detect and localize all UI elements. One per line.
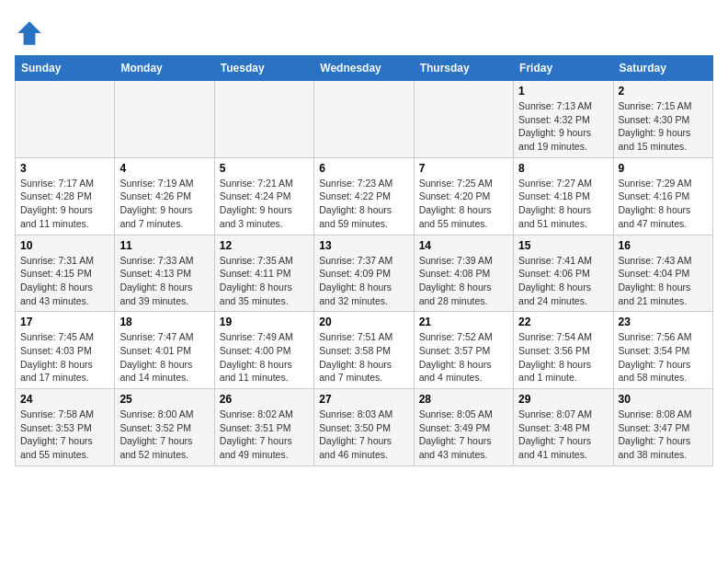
day-number: 20: [319, 316, 408, 328]
day-number: 8: [518, 162, 608, 175]
day-number: 22: [518, 316, 608, 328]
day-number: 12: [220, 239, 309, 252]
calendar-cell: 14Sunrise: 7:39 AM Sunset: 4:08 PM Dayli…: [414, 235, 513, 312]
calendar-cell: 30Sunrise: 8:08 AM Sunset: 3:47 PM Dayli…: [613, 389, 712, 466]
page-header: [15, 15, 713, 48]
day-info: Sunrise: 7:15 AM Sunset: 4:30 PM Dayligh…: [619, 99, 708, 154]
day-info: Sunrise: 8:07 AM Sunset: 3:48 PM Dayligh…: [518, 408, 608, 462]
calendar-table: SundayMondayTuesdayWednesdayThursdayFrid…: [15, 55, 713, 466]
calendar-cell: 13Sunrise: 7:37 AM Sunset: 4:09 PM Dayli…: [314, 235, 414, 312]
calendar-cell: [314, 81, 414, 158]
day-number: 6: [319, 162, 408, 175]
day-number: 7: [419, 162, 508, 175]
day-info: Sunrise: 7:23 AM Sunset: 4:22 PM Dayligh…: [319, 177, 408, 231]
day-number: 27: [319, 393, 408, 406]
day-info: Sunrise: 7:51 AM Sunset: 3:58 PM Dayligh…: [319, 330, 408, 385]
day-info: Sunrise: 7:47 AM Sunset: 4:01 PM Dayligh…: [119, 330, 209, 385]
day-info: Sunrise: 7:49 AM Sunset: 4:00 PM Dayligh…: [220, 330, 309, 385]
day-number: 28: [419, 393, 508, 406]
week-row-5: 24Sunrise: 7:58 AM Sunset: 3:53 PM Dayli…: [16, 389, 713, 466]
header-day-sunday: Sunday: [16, 56, 115, 81]
day-number: 30: [619, 393, 708, 406]
calendar-cell: [414, 81, 513, 158]
calendar-cell: 17Sunrise: 7:45 AM Sunset: 4:03 PM Dayli…: [16, 312, 115, 389]
week-row-3: 10Sunrise: 7:31 AM Sunset: 4:15 PM Dayli…: [16, 235, 713, 312]
calendar-cell: 11Sunrise: 7:33 AM Sunset: 4:13 PM Dayli…: [115, 235, 214, 312]
day-number: 4: [119, 162, 209, 175]
day-info: Sunrise: 7:19 AM Sunset: 4:26 PM Dayligh…: [119, 177, 209, 231]
day-info: Sunrise: 7:25 AM Sunset: 4:20 PM Dayligh…: [419, 177, 508, 231]
day-info: Sunrise: 8:02 AM Sunset: 3:51 PM Dayligh…: [220, 408, 309, 462]
day-info: Sunrise: 7:41 AM Sunset: 4:06 PM Dayligh…: [518, 254, 608, 308]
calendar-cell: 22Sunrise: 7:54 AM Sunset: 3:56 PM Dayli…: [514, 312, 613, 389]
header-day-tuesday: Tuesday: [214, 56, 313, 81]
calendar-cell: 1Sunrise: 7:13 AM Sunset: 4:32 PM Daylig…: [514, 81, 613, 158]
calendar-cell: 8Sunrise: 7:27 AM Sunset: 4:18 PM Daylig…: [514, 157, 613, 235]
calendar-cell: 19Sunrise: 7:49 AM Sunset: 4:00 PM Dayli…: [214, 312, 313, 389]
day-info: Sunrise: 7:31 AM Sunset: 4:15 PM Dayligh…: [20, 254, 109, 308]
calendar-cell: [115, 81, 214, 158]
calendar-cell: 12Sunrise: 7:35 AM Sunset: 4:11 PM Dayli…: [214, 235, 313, 312]
calendar-cell: 25Sunrise: 8:00 AM Sunset: 3:52 PM Dayli…: [115, 389, 214, 466]
calendar-cell: 24Sunrise: 7:58 AM Sunset: 3:53 PM Dayli…: [16, 389, 115, 466]
calendar-cell: 3Sunrise: 7:17 AM Sunset: 4:28 PM Daylig…: [16, 157, 115, 235]
calendar-header: SundayMondayTuesdayWednesdayThursdayFrid…: [16, 56, 713, 81]
day-info: Sunrise: 7:13 AM Sunset: 4:32 PM Dayligh…: [518, 99, 608, 154]
week-row-2: 3Sunrise: 7:17 AM Sunset: 4:28 PM Daylig…: [16, 157, 713, 235]
day-number: 18: [119, 316, 209, 328]
day-number: 16: [619, 239, 708, 252]
day-number: 9: [619, 162, 708, 175]
day-number: 10: [20, 239, 109, 252]
calendar-cell: 7Sunrise: 7:25 AM Sunset: 4:20 PM Daylig…: [414, 157, 513, 235]
logo: [15, 18, 48, 48]
day-info: Sunrise: 7:21 AM Sunset: 4:24 PM Dayligh…: [220, 177, 309, 231]
week-row-1: 1Sunrise: 7:13 AM Sunset: 4:32 PM Daylig…: [16, 81, 713, 158]
header-day-thursday: Thursday: [414, 56, 513, 81]
day-info: Sunrise: 7:54 AM Sunset: 3:56 PM Dayligh…: [518, 330, 608, 385]
calendar-cell: 2Sunrise: 7:15 AM Sunset: 4:30 PM Daylig…: [613, 81, 712, 158]
day-number: 5: [220, 162, 309, 175]
calendar-cell: [214, 81, 313, 158]
calendar-body: 1Sunrise: 7:13 AM Sunset: 4:32 PM Daylig…: [16, 81, 713, 466]
calendar-cell: 28Sunrise: 8:05 AM Sunset: 3:49 PM Dayli…: [414, 389, 513, 466]
day-info: Sunrise: 7:45 AM Sunset: 4:03 PM Dayligh…: [20, 330, 109, 385]
day-info: Sunrise: 7:39 AM Sunset: 4:08 PM Dayligh…: [419, 254, 508, 308]
header-day-monday: Monday: [115, 56, 214, 81]
header-day-wednesday: Wednesday: [314, 56, 414, 81]
day-number: 24: [20, 393, 109, 406]
day-number: 1: [518, 85, 608, 98]
day-info: Sunrise: 7:17 AM Sunset: 4:28 PM Dayligh…: [20, 177, 109, 231]
calendar-cell: 10Sunrise: 7:31 AM Sunset: 4:15 PM Dayli…: [16, 235, 115, 312]
day-info: Sunrise: 7:56 AM Sunset: 3:54 PM Dayligh…: [619, 330, 708, 385]
calendar-cell: 9Sunrise: 7:29 AM Sunset: 4:16 PM Daylig…: [613, 157, 712, 235]
logo-icon: [15, 18, 44, 48]
day-number: 25: [119, 393, 209, 406]
day-info: Sunrise: 7:43 AM Sunset: 4:04 PM Dayligh…: [619, 254, 708, 308]
day-info: Sunrise: 7:33 AM Sunset: 4:13 PM Dayligh…: [119, 254, 209, 308]
calendar-cell: 21Sunrise: 7:52 AM Sunset: 3:57 PM Dayli…: [414, 312, 513, 389]
calendar-cell: 18Sunrise: 7:47 AM Sunset: 4:01 PM Dayli…: [115, 312, 214, 389]
header-day-friday: Friday: [514, 56, 613, 81]
calendar-cell: 29Sunrise: 8:07 AM Sunset: 3:48 PM Dayli…: [514, 389, 613, 466]
day-number: 26: [220, 393, 309, 406]
day-number: 3: [20, 162, 109, 175]
day-info: Sunrise: 7:27 AM Sunset: 4:18 PM Dayligh…: [518, 177, 608, 231]
day-info: Sunrise: 7:52 AM Sunset: 3:57 PM Dayligh…: [419, 330, 508, 385]
day-number: 17: [20, 316, 109, 328]
calendar-cell: 4Sunrise: 7:19 AM Sunset: 4:26 PM Daylig…: [115, 157, 214, 235]
day-info: Sunrise: 7:29 AM Sunset: 4:16 PM Dayligh…: [619, 177, 708, 231]
svg-marker-0: [17, 21, 41, 45]
day-number: 15: [518, 239, 608, 252]
day-number: 14: [419, 239, 508, 252]
calendar-cell: 15Sunrise: 7:41 AM Sunset: 4:06 PM Dayli…: [514, 235, 613, 312]
day-info: Sunrise: 7:35 AM Sunset: 4:11 PM Dayligh…: [220, 254, 309, 308]
day-info: Sunrise: 8:05 AM Sunset: 3:49 PM Dayligh…: [419, 408, 508, 462]
day-info: Sunrise: 7:58 AM Sunset: 3:53 PM Dayligh…: [20, 408, 109, 462]
day-info: Sunrise: 8:00 AM Sunset: 3:52 PM Dayligh…: [119, 408, 209, 462]
calendar-cell: 27Sunrise: 8:03 AM Sunset: 3:50 PM Dayli…: [314, 389, 414, 466]
calendar-cell: 26Sunrise: 8:02 AM Sunset: 3:51 PM Dayli…: [214, 389, 313, 466]
day-number: 19: [220, 316, 309, 328]
header-row: SundayMondayTuesdayWednesdayThursdayFrid…: [16, 56, 713, 81]
header-day-saturday: Saturday: [613, 56, 712, 81]
calendar-cell: [16, 81, 115, 158]
